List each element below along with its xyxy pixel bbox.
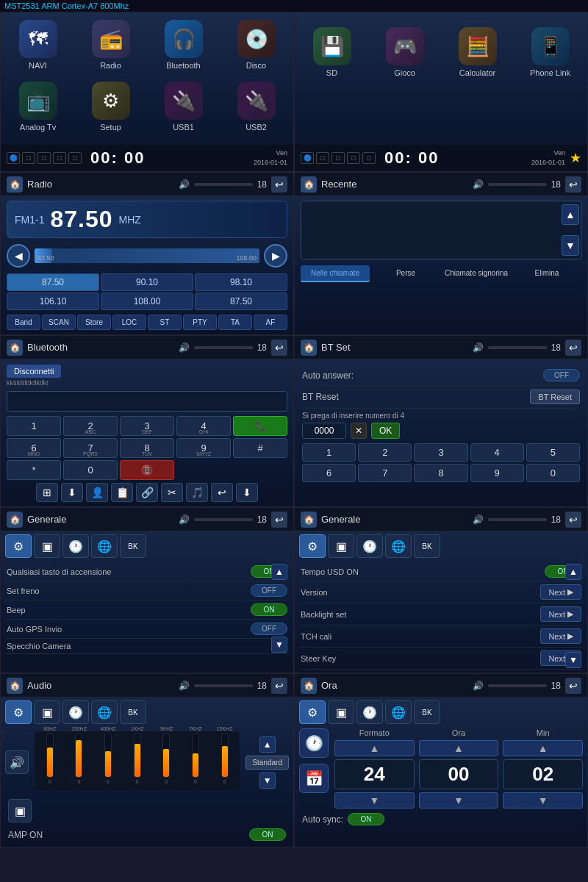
amp-toggle[interactable]: ON: [249, 828, 286, 841]
bt-volume-slider[interactable]: [194, 346, 253, 349]
ora-home-icon[interactable]: 🏠: [301, 678, 317, 694]
gen-right-tab-eq[interactable]: ▣: [328, 534, 354, 558]
eq-150hz-bar-container[interactable]: [75, 734, 82, 778]
gen-tab-bk[interactable]: BK: [120, 534, 146, 558]
app-gioco[interactable]: 🎮 Gioco: [371, 27, 438, 137]
gen-left-arrow-up[interactable]: ▲: [271, 564, 287, 580]
np-8[interactable]: 8: [414, 464, 467, 482]
radio-back-btn[interactable]: ↩: [271, 176, 287, 193]
num-0[interactable]: 0: [63, 460, 118, 480]
eq-60hz-bar-container[interactable]: [46, 734, 54, 778]
auto-answer-toggle[interactable]: OFF: [543, 369, 580, 381]
gen-right-tab-bk[interactable]: BK: [414, 534, 440, 558]
audio-back-btn[interactable]: ↩: [271, 678, 287, 694]
bt-reset-btn[interactable]: BT Reset: [530, 390, 580, 404]
recente-back-btn[interactable]: ↩: [565, 176, 581, 193]
np-4[interactable]: 4: [470, 443, 524, 462]
ctrl-loc[interactable]: LOC: [112, 315, 146, 330]
eq-standard-btn[interactable]: Standard: [245, 756, 289, 770]
np-6[interactable]: 6: [302, 464, 356, 482]
end-btn[interactable]: 📵: [120, 460, 174, 480]
ctrl-pty[interactable]: PTY: [183, 315, 217, 330]
gen-left-vol-slider[interactable]: [194, 518, 253, 521]
gen-right-back-btn[interactable]: ↩: [565, 512, 581, 528]
clear-pin-btn[interactable]: ✕: [351, 423, 367, 439]
num-7[interactable]: 7PQRS: [63, 438, 118, 458]
app-disco[interactable]: 💿 Disco: [223, 20, 290, 76]
np-5[interactable]: 5: [526, 443, 580, 462]
ctrl-ta[interactable]: TA: [218, 315, 252, 330]
gen-left-back-btn[interactable]: ↩: [271, 512, 287, 528]
min-dn-btn[interactable]: ▼: [503, 792, 583, 808]
np-0[interactable]: 0: [526, 464, 580, 482]
gen-left-arrow-down[interactable]: ▼: [271, 637, 287, 653]
app-usb1[interactable]: 🔌 USB1: [150, 82, 217, 137]
num-8[interactable]: 8TUV: [120, 438, 174, 458]
gen-tab-eq[interactable]: ▣: [34, 534, 60, 558]
formato-dn-btn[interactable]: ▼: [334, 792, 415, 808]
seek-prev-btn[interactable]: ◀: [7, 244, 30, 268]
app-radio[interactable]: 📻 Radio: [77, 20, 144, 76]
ora-tab-settings[interactable]: ⚙: [299, 700, 326, 724]
preset-6[interactable]: 87.50: [195, 293, 287, 310]
app-setup[interactable]: ⚙ Setup: [77, 82, 144, 137]
num-9[interactable]: 9WXYZ: [176, 438, 231, 458]
ctrl-af[interactable]: AF: [254, 315, 287, 330]
gen-right-vol-slider[interactable]: [488, 518, 547, 521]
seek-bar[interactable]: 87.50 108.00: [35, 248, 259, 263]
num-3[interactable]: 3DEF: [120, 416, 174, 436]
gen-right-arrow-down[interactable]: ▼: [565, 652, 581, 668]
bt-tool-6[interactable]: ✂: [161, 483, 183, 502]
preset-4[interactable]: 106.10: [7, 293, 99, 310]
disconn-btn[interactable]: Disconnetti: [7, 365, 61, 378]
app-analogtv[interactable]: 📺 Analog Tv: [4, 82, 71, 137]
audio-tab-settings[interactable]: ⚙: [5, 700, 32, 724]
preset-1[interactable]: 87.50: [7, 273, 99, 291]
ora-tab-eq[interactable]: ▣: [328, 700, 354, 724]
ora-back-btn[interactable]: ↩: [565, 678, 581, 694]
time-calendar-btn[interactable]: 📅: [299, 764, 329, 793]
bt-tool-9[interactable]: ⬇: [236, 483, 258, 502]
gen-right-arrow-up[interactable]: ▲: [565, 564, 581, 580]
gen-right-tab-globe[interactable]: 🌐: [385, 534, 412, 558]
recente-home-icon[interactable]: 🏠: [301, 176, 317, 193]
gen-right-home-icon[interactable]: 🏠: [301, 512, 317, 528]
preset-3[interactable]: 98.10: [195, 273, 287, 291]
num-1[interactable]: 1: [7, 416, 61, 436]
np-2[interactable]: 2: [358, 443, 412, 462]
app-calculator[interactable]: 🧮 Calculator: [444, 27, 511, 137]
eq-400hz-bar-container[interactable]: [104, 734, 112, 778]
ctrl-store[interactable]: Store: [77, 315, 111, 330]
audio-vol-slider[interactable]: [194, 684, 253, 687]
tab-elimina[interactable]: Elimina: [512, 265, 581, 282]
num-2[interactable]: 2ABC: [63, 416, 118, 436]
ora-vol-slider[interactable]: [488, 684, 547, 687]
eq-3khz-bar-container[interactable]: [162, 734, 170, 778]
np-7[interactable]: 7: [358, 464, 412, 482]
bt-tool-1[interactable]: ⊞: [36, 483, 58, 502]
num-hash[interactable]: #: [233, 438, 287, 458]
bt-tool-8[interactable]: ↩: [211, 483, 233, 502]
btset-home-icon[interactable]: 🏠: [301, 340, 317, 356]
btset-back-btn[interactable]: ↩: [565, 340, 581, 356]
ora-up-btn[interactable]: ▲: [419, 740, 499, 756]
bt-tool-2[interactable]: ⬇: [61, 483, 83, 502]
num-6[interactable]: 6MNO: [7, 438, 61, 458]
bt-tool-3[interactable]: 👤: [86, 483, 108, 502]
seek-next-btn[interactable]: ▶: [264, 244, 287, 268]
ora-tab-globe[interactable]: 🌐: [385, 700, 412, 724]
call-btn[interactable]: 📞: [233, 416, 287, 436]
recente-volume-slider[interactable]: [488, 183, 547, 186]
audio-tab-bk[interactable]: BK: [120, 700, 146, 724]
audio-tab-eq[interactable]: ▣: [34, 700, 60, 724]
bt-home-icon[interactable]: 🏠: [7, 340, 23, 356]
app-sd[interactable]: 💾 SD: [298, 27, 365, 137]
bt-tool-7[interactable]: 🎵: [186, 483, 208, 502]
ctrl-st[interactable]: ST: [148, 315, 182, 330]
radio-volume-slider[interactable]: [194, 183, 253, 186]
eq-1khz-bar-container[interactable]: [134, 734, 141, 778]
ora-tab-bk[interactable]: BK: [414, 700, 440, 724]
gen-left-home-icon[interactable]: 🏠: [7, 512, 23, 528]
preset-5[interactable]: 108.00: [101, 293, 193, 310]
audio-speaker-icon[interactable]: 🔊: [5, 750, 29, 774]
